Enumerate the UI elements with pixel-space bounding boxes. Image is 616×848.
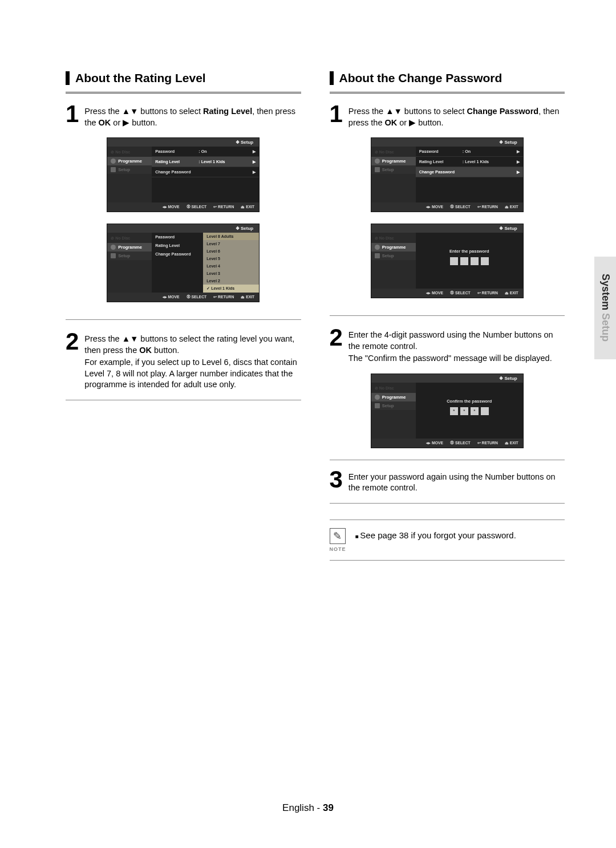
step-text: Enter your password again using the Numb… bbox=[348, 469, 565, 494]
osd-sidebar: ⊘ No Disc Programme Setup bbox=[371, 147, 416, 202]
osd-no-disc: ⊘ No Disc bbox=[371, 385, 416, 393]
divider bbox=[66, 92, 301, 94]
password-digit-box: * bbox=[471, 407, 479, 415]
osd-menu-row: Rating Level: Level 1 Kids▶ bbox=[416, 157, 523, 167]
osd-level-item: Level 1 Kids bbox=[203, 285, 259, 293]
osd-main: Enter the password bbox=[416, 233, 523, 289]
osd-no-disc: ⊘ No Disc bbox=[107, 149, 152, 157]
osd-screenshot-password-2: Setup ⊘ No Disc Programme Setup Enter th… bbox=[371, 224, 524, 298]
osd-footer: MOVE SELECT RETURN EXIT bbox=[107, 202, 259, 212]
osd-sidebar: ⊘ No Disc Programme Setup bbox=[371, 233, 416, 289]
osd-title: Setup bbox=[371, 224, 523, 233]
updown-icon: ▲▼ bbox=[386, 107, 402, 116]
heading-rating-text: About the Rating Level bbox=[75, 71, 206, 85]
updown-icon: ▲▼ bbox=[122, 107, 139, 116]
osd-sidebar: ⊘ No Disc Programme Setup bbox=[107, 233, 152, 293]
osd-footer: MOVE SELECT RETURN EXIT bbox=[371, 289, 523, 298]
osd-screenshot-rating-2: Setup ⊘ No Disc Programme Setup Password… bbox=[107, 224, 260, 302]
divider bbox=[66, 400, 301, 400]
step-text: Press the ▲▼ buttons to select Change Pa… bbox=[348, 104, 565, 128]
osd-menu-row: Password bbox=[152, 233, 203, 241]
osd-menu-row: Rating Level: Level 1 Kids▶ bbox=[152, 157, 259, 167]
osd-sidebar: ⊘ No Disc Programme Setup bbox=[371, 383, 416, 439]
password-prompt: Enter the password bbox=[416, 249, 523, 254]
gear-icon bbox=[111, 253, 116, 258]
step-number: 3 bbox=[330, 469, 343, 490]
step-number: 1 bbox=[66, 104, 79, 124]
play-icon: ▶ bbox=[409, 118, 416, 127]
osd-level-item: Level 8 Adults bbox=[203, 233, 259, 240]
osd-menu-row: Rating Level bbox=[152, 241, 203, 250]
heading-bar-icon bbox=[66, 71, 70, 85]
osd-footer: MOVE SELECT RETURN EXIT bbox=[371, 202, 523, 212]
disc-icon bbox=[111, 159, 116, 164]
right-step-1: 1 Press the ▲▼ buttons to select Change … bbox=[330, 104, 565, 128]
gear-icon bbox=[375, 167, 380, 172]
osd-footer: MOVE SELECT RETURN EXIT bbox=[107, 293, 259, 302]
osd-side-programme: Programme bbox=[371, 393, 416, 401]
osd-level-item: Level 4 bbox=[203, 262, 259, 270]
divider bbox=[330, 460, 565, 460]
divider bbox=[330, 315, 565, 316]
osd-footer: MOVE SELECT RETURN EXIT bbox=[371, 439, 523, 448]
password-digit-box bbox=[481, 257, 489, 265]
heading-password-text: About the Change Password bbox=[339, 71, 502, 85]
step-subtext: For example, if you select up to Level 6… bbox=[84, 357, 301, 391]
osd-screenshot-rating-1: Setup ⊘ No Disc Programme Setup Password… bbox=[107, 137, 260, 212]
step-text: Enter the 4-digit password using the Num… bbox=[348, 327, 565, 364]
osd-level-item: Level 2 bbox=[203, 277, 259, 285]
osd-level-item: Level 6 bbox=[203, 247, 259, 255]
osd-screenshot-password-3: Setup ⊘ No Disc Programme Setup Confirm … bbox=[371, 374, 524, 448]
osd-main: Confirm the password *** bbox=[416, 383, 523, 439]
gear-icon bbox=[375, 403, 380, 408]
side-tab: System Setup bbox=[594, 257, 616, 359]
note-box: ✎ NOTE See page 38 if you forgot your pa… bbox=[330, 520, 565, 561]
password-boxes bbox=[416, 257, 523, 265]
heading-password: About the Change Password bbox=[330, 71, 565, 85]
gear-icon bbox=[375, 253, 380, 258]
osd-title: Setup bbox=[371, 138, 523, 147]
osd-sidebar: ⊘ No Disc Programme Setup bbox=[107, 147, 152, 202]
osd-title: Setup bbox=[107, 224, 259, 233]
disc-icon bbox=[111, 245, 116, 250]
right-step-2: 2 Enter the 4-digit password using the N… bbox=[330, 327, 565, 364]
password-digit-box bbox=[481, 407, 489, 415]
divider bbox=[330, 92, 565, 94]
disc-icon bbox=[375, 159, 380, 164]
heading-rating: About the Rating Level bbox=[66, 71, 301, 85]
password-digit-box: * bbox=[460, 407, 468, 415]
page-footer: English - 39 bbox=[0, 802, 616, 814]
divider bbox=[66, 319, 301, 320]
osd-no-disc: ⊘ No Disc bbox=[371, 149, 416, 157]
disc-icon bbox=[375, 245, 380, 250]
step-text: Press the ▲▼ buttons to select the ratin… bbox=[84, 331, 301, 391]
osd-title: Setup bbox=[107, 138, 259, 147]
osd-menu-row: Change Password bbox=[152, 250, 203, 258]
note-icon: ✎ bbox=[330, 528, 346, 544]
osd-side-setup: Setup bbox=[371, 251, 416, 260]
step-number: 1 bbox=[330, 104, 343, 124]
osd-no-disc: ⊘ No Disc bbox=[107, 235, 152, 243]
osd-no-disc: ⊘ No Disc bbox=[371, 235, 416, 243]
updown-icon: ▲▼ bbox=[122, 334, 139, 343]
osd-levels-list: Level 8 AdultsLevel 7Level 6Level 5Level… bbox=[203, 233, 259, 293]
osd-level-item: Level 5 bbox=[203, 255, 259, 262]
osd-side-programme: Programme bbox=[371, 157, 416, 165]
osd-side-setup: Setup bbox=[107, 165, 152, 174]
password-boxes: *** bbox=[416, 407, 523, 415]
play-icon: ▶ bbox=[123, 118, 129, 127]
left-step-1: 1 Press the ▲▼ buttons to select Rating … bbox=[66, 104, 301, 128]
heading-bar-icon bbox=[330, 71, 334, 85]
gear-icon bbox=[111, 167, 116, 172]
osd-main-rows: Password: On▶Rating Level: Level 1 Kids▶… bbox=[416, 147, 523, 202]
osd-side-setup: Setup bbox=[371, 165, 416, 174]
osd-side-programme: Programme bbox=[371, 243, 416, 251]
osd-main: PasswordRating LevelChange Password Leve… bbox=[152, 233, 259, 293]
password-digit-box bbox=[460, 257, 468, 265]
osd-side-setup: Setup bbox=[371, 401, 416, 410]
note-text: See page 38 if you forgot your password. bbox=[355, 528, 516, 540]
osd-side-setup: Setup bbox=[107, 251, 152, 260]
osd-title: Setup bbox=[371, 374, 523, 383]
osd-menu-row: Password: On▶ bbox=[152, 147, 259, 157]
divider bbox=[330, 503, 565, 504]
